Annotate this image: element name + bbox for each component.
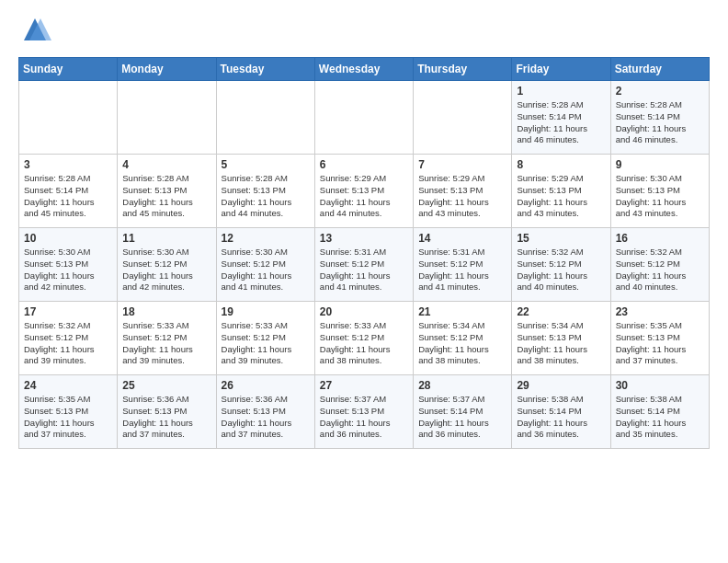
calendar-cell: 17Sunrise: 5:32 AM Sunset: 5:12 PM Dayli… [19,302,118,375]
day-number: 23 [616,305,704,318]
day-number: 25 [122,379,210,392]
day-number: 20 [320,305,408,318]
day-number: 10 [24,232,112,245]
day-info: Sunrise: 5:36 AM Sunset: 5:13 PM Dayligh… [222,394,310,441]
day-number: 26 [222,379,310,392]
calendar-cell: 11Sunrise: 5:30 AM Sunset: 5:12 PM Dayli… [118,228,216,302]
day-info: Sunrise: 5:30 AM Sunset: 5:13 PM Dayligh… [616,173,704,220]
day-number: 21 [418,305,506,318]
weekday-header: Sunday [19,58,118,81]
calendar-cell: 3Sunrise: 5:28 AM Sunset: 5:14 PM Daylig… [19,155,118,228]
day-info: Sunrise: 5:28 AM Sunset: 5:13 PM Dayligh… [122,173,210,220]
day-number: 19 [222,305,310,318]
page: SundayMondayTuesdayWednesdayThursdayFrid… [0,0,728,467]
day-number: 28 [418,379,506,392]
calendar-cell [216,81,314,155]
day-info: Sunrise: 5:31 AM Sunset: 5:12 PM Dayligh… [418,247,506,293]
day-info: Sunrise: 5:33 AM Sunset: 5:12 PM Dayligh… [222,320,310,367]
day-info: Sunrise: 5:35 AM Sunset: 5:13 PM Dayligh… [24,394,112,441]
calendar-cell: 22Sunrise: 5:34 AM Sunset: 5:13 PM Dayli… [512,302,610,375]
day-info: Sunrise: 5:32 AM Sunset: 5:12 PM Dayligh… [616,247,704,293]
day-info: Sunrise: 5:33 AM Sunset: 5:12 PM Dayligh… [122,320,210,367]
day-info: Sunrise: 5:30 AM Sunset: 5:12 PM Dayligh… [122,247,210,293]
calendar-cell [118,81,216,155]
calendar-week-row: 10Sunrise: 5:30 AM Sunset: 5:13 PM Dayli… [19,228,710,302]
day-number: 12 [222,232,310,245]
calendar-cell: 24Sunrise: 5:35 AM Sunset: 5:13 PM Dayli… [19,375,118,449]
day-number: 3 [24,158,112,171]
day-info: Sunrise: 5:37 AM Sunset: 5:14 PM Dayligh… [418,394,506,441]
weekday-header: Friday [512,58,610,81]
day-info: Sunrise: 5:32 AM Sunset: 5:12 PM Dayligh… [24,320,112,367]
weekday-header: Tuesday [216,58,314,81]
calendar-header-row: SundayMondayTuesdayWednesdayThursdayFrid… [19,58,710,81]
day-info: Sunrise: 5:29 AM Sunset: 5:13 PM Dayligh… [517,173,605,220]
day-number: 7 [418,158,506,171]
day-info: Sunrise: 5:34 AM Sunset: 5:13 PM Dayligh… [517,320,605,367]
day-number: 27 [320,379,408,392]
calendar-cell: 13Sunrise: 5:31 AM Sunset: 5:12 PM Dayli… [314,228,413,302]
day-number: 5 [222,158,310,171]
day-info: Sunrise: 5:38 AM Sunset: 5:14 PM Dayligh… [616,394,704,441]
calendar-cell: 21Sunrise: 5:34 AM Sunset: 5:12 PM Dayli… [414,302,512,375]
calendar-cell [414,81,512,155]
day-info: Sunrise: 5:28 AM Sunset: 5:14 PM Dayligh… [24,173,112,220]
day-number: 9 [616,158,704,171]
calendar-cell: 4Sunrise: 5:28 AM Sunset: 5:13 PM Daylig… [118,155,216,228]
day-info: Sunrise: 5:36 AM Sunset: 5:13 PM Dayligh… [122,394,210,441]
day-info: Sunrise: 5:34 AM Sunset: 5:12 PM Dayligh… [418,320,506,367]
calendar-cell [19,81,118,155]
day-number: 17 [24,305,112,318]
logo [18,15,57,48]
day-number: 4 [122,158,210,171]
day-info: Sunrise: 5:38 AM Sunset: 5:14 PM Dayligh… [517,394,605,441]
day-info: Sunrise: 5:32 AM Sunset: 5:12 PM Dayligh… [517,247,605,293]
calendar-cell: 12Sunrise: 5:30 AM Sunset: 5:12 PM Dayli… [216,228,314,302]
day-number: 11 [122,232,210,245]
day-info: Sunrise: 5:30 AM Sunset: 5:12 PM Dayligh… [222,247,310,293]
day-number: 1 [517,85,605,98]
calendar-cell: 25Sunrise: 5:36 AM Sunset: 5:13 PM Dayli… [118,375,216,449]
day-number: 29 [517,379,605,392]
day-number: 2 [616,85,704,98]
calendar-cell: 8Sunrise: 5:29 AM Sunset: 5:13 PM Daylig… [512,155,610,228]
calendar: SundayMondayTuesdayWednesdayThursdayFrid… [18,57,710,449]
header [18,15,710,48]
day-info: Sunrise: 5:30 AM Sunset: 5:13 PM Dayligh… [24,247,112,293]
calendar-cell: 16Sunrise: 5:32 AM Sunset: 5:12 PM Dayli… [610,228,709,302]
day-info: Sunrise: 5:28 AM Sunset: 5:14 PM Dayligh… [517,99,605,146]
day-number: 15 [517,232,605,245]
day-number: 6 [320,158,408,171]
day-number: 16 [616,232,704,245]
calendar-cell: 27Sunrise: 5:37 AM Sunset: 5:13 PM Dayli… [314,375,413,449]
day-number: 8 [517,158,605,171]
day-number: 13 [320,232,408,245]
day-info: Sunrise: 5:28 AM Sunset: 5:13 PM Dayligh… [222,173,310,220]
calendar-cell: 2Sunrise: 5:28 AM Sunset: 5:14 PM Daylig… [610,81,709,155]
calendar-cell: 10Sunrise: 5:30 AM Sunset: 5:13 PM Dayli… [19,228,118,302]
weekday-header: Monday [118,58,216,81]
calendar-cell: 26Sunrise: 5:36 AM Sunset: 5:13 PM Dayli… [216,375,314,449]
day-number: 14 [418,232,506,245]
day-number: 30 [616,379,704,392]
weekday-header: Wednesday [314,58,413,81]
day-info: Sunrise: 5:33 AM Sunset: 5:12 PM Dayligh… [320,320,408,367]
calendar-week-row: 1Sunrise: 5:28 AM Sunset: 5:14 PM Daylig… [19,81,710,155]
calendar-cell: 29Sunrise: 5:38 AM Sunset: 5:14 PM Dayli… [512,375,610,449]
day-info: Sunrise: 5:28 AM Sunset: 5:14 PM Dayligh… [616,99,704,146]
calendar-week-row: 24Sunrise: 5:35 AM Sunset: 5:13 PM Dayli… [19,375,710,449]
day-info: Sunrise: 5:29 AM Sunset: 5:13 PM Dayligh… [320,173,408,220]
calendar-week-row: 3Sunrise: 5:28 AM Sunset: 5:14 PM Daylig… [19,155,710,228]
calendar-cell: 1Sunrise: 5:28 AM Sunset: 5:14 PM Daylig… [512,81,610,155]
calendar-cell: 15Sunrise: 5:32 AM Sunset: 5:12 PM Dayli… [512,228,610,302]
calendar-cell: 6Sunrise: 5:29 AM Sunset: 5:13 PM Daylig… [314,155,413,228]
day-info: Sunrise: 5:31 AM Sunset: 5:12 PM Dayligh… [320,247,408,293]
day-info: Sunrise: 5:29 AM Sunset: 5:13 PM Dayligh… [418,173,506,220]
weekday-header: Thursday [414,58,512,81]
calendar-cell: 14Sunrise: 5:31 AM Sunset: 5:12 PM Dayli… [414,228,512,302]
day-info: Sunrise: 5:35 AM Sunset: 5:13 PM Dayligh… [616,320,704,367]
calendar-cell: 30Sunrise: 5:38 AM Sunset: 5:14 PM Dayli… [610,375,709,449]
day-number: 18 [122,305,210,318]
calendar-cell: 18Sunrise: 5:33 AM Sunset: 5:12 PM Dayli… [118,302,216,375]
logo-icon [18,15,51,48]
